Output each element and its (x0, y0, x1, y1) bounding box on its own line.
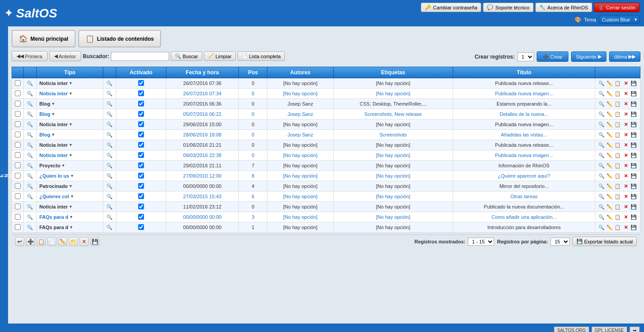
row-activated-checkbox[interactable] (138, 214, 144, 220)
action-delete-icon[interactable]: ✕ (622, 100, 629, 107)
action-edit-icon[interactable]: ✏️ (606, 141, 613, 149)
action-copy-icon[interactable]: 📋 (614, 213, 621, 221)
action-edit-icon[interactable]: ✏️ (606, 203, 613, 210)
action-edit-icon[interactable]: ✏️ (606, 90, 613, 97)
row-checkbox[interactable] (15, 193, 21, 199)
action-copy-icon[interactable]: 📋 (614, 152, 621, 159)
action-save-icon[interactable]: 💾 (630, 152, 637, 159)
row-search2-icon[interactable]: 🔍 (106, 183, 113, 190)
row-search2-icon[interactable]: 🔍 (106, 141, 113, 149)
action-search-icon[interactable]: 🔍 (598, 90, 605, 97)
footer-delete-icon[interactable]: ✕ (80, 237, 89, 246)
row-activated-checkbox[interactable] (138, 152, 144, 158)
action-save-icon[interactable]: 💾 (630, 131, 637, 138)
type-dropdown-arrow[interactable]: ▼ (69, 225, 73, 230)
action-search-icon[interactable]: 🔍 (598, 172, 605, 179)
row-checkbox[interactable] (15, 173, 21, 179)
action-save-icon[interactable]: 💾 (630, 100, 637, 107)
row-search2-icon[interactable]: 🔍 (106, 111, 113, 118)
action-edit-icon[interactable]: ✏️ (606, 111, 613, 118)
action-delete-icon[interactable]: ✕ (622, 203, 629, 210)
action-search-icon[interactable]: 🔍 (598, 111, 605, 118)
action-search-icon[interactable]: 🔍 (598, 203, 605, 210)
type-dropdown-arrow[interactable]: ▼ (69, 143, 73, 147)
row-checkbox[interactable] (15, 80, 21, 86)
type-dropdown-arrow[interactable]: ▼ (69, 215, 73, 219)
action-search-icon[interactable]: 🔍 (598, 183, 605, 190)
action-save-icon[interactable]: 💾 (630, 213, 637, 221)
action-search-icon[interactable]: 🔍 (598, 80, 605, 87)
row-activated-checkbox[interactable] (138, 101, 144, 106)
row-search-icon[interactable]: 🔍 (26, 121, 34, 128)
action-save-icon[interactable]: 💾 (630, 224, 637, 231)
action-copy-icon[interactable]: 📋 (614, 90, 621, 97)
saltos-org-link[interactable]: SALTOS.ORG (554, 327, 589, 332)
buscar-button[interactable]: 🔍 Buscar (171, 51, 202, 61)
type-dropdown-arrow[interactable]: ▼ (70, 194, 74, 199)
action-save-icon[interactable]: 💾 (630, 183, 637, 190)
row-search-icon[interactable]: 🔍 (26, 172, 34, 179)
action-delete-icon[interactable]: ✕ (622, 152, 629, 159)
action-search-icon[interactable]: 🔍 (598, 131, 605, 138)
action-save-icon[interactable]: 💾 (630, 193, 637, 200)
action-delete-icon[interactable]: ✕ (622, 162, 629, 169)
footer-minus-icon[interactable]: 📄 (47, 237, 56, 246)
action-save-icon[interactable]: 💾 (630, 111, 637, 118)
action-copy-icon[interactable]: 📋 (614, 203, 621, 210)
action-edit-icon[interactable]: ✏️ (606, 193, 613, 200)
action-save-icon[interactable]: 💾 (630, 172, 637, 179)
row-checkbox[interactable] (15, 183, 21, 189)
action-search-icon[interactable]: 🔍 (598, 100, 605, 107)
row-checkbox[interactable] (15, 152, 21, 158)
action-delete-icon[interactable]: ✕ (622, 172, 629, 179)
row-activated-checkbox[interactable] (138, 90, 144, 96)
row-search2-icon[interactable]: 🔍 (106, 100, 113, 107)
action-search-icon[interactable]: 🔍 (598, 224, 605, 231)
lista-completa-button[interactable]: 📄 Lista completa (237, 51, 285, 61)
type-dropdown-arrow[interactable]: ▼ (61, 163, 65, 168)
action-edit-icon[interactable]: ✏️ (606, 121, 613, 128)
action-edit-icon[interactable]: ✏️ (606, 172, 613, 179)
footer-copy-icon[interactable]: 📋 (37, 237, 46, 246)
action-copy-icon[interactable]: 📋 (614, 224, 621, 231)
row-search-icon[interactable]: 🔍 (26, 111, 34, 118)
row-search-icon[interactable]: 🔍 (26, 213, 34, 221)
action-delete-icon[interactable]: ✕ (622, 90, 629, 97)
siguiente-button[interactable]: Siguiente ▶ (571, 51, 606, 62)
action-edit-icon[interactable]: ✏️ (606, 162, 613, 169)
row-search-icon[interactable]: 🔍 (26, 90, 34, 97)
type-dropdown-arrow[interactable]: ▼ (51, 112, 55, 116)
row-search-icon[interactable]: 🔍 (26, 131, 34, 138)
type-dropdown-arrow[interactable]: ▼ (69, 204, 73, 209)
row-checkbox[interactable] (15, 121, 21, 127)
row-search-icon[interactable]: 🔍 (26, 80, 34, 87)
action-copy-icon[interactable]: 📋 (614, 131, 621, 138)
crear-numero-select[interactable]: 1 (517, 52, 534, 61)
action-delete-icon[interactable]: ✕ (622, 80, 629, 87)
gpl-license-link[interactable]: GPL LICENSE (592, 327, 627, 332)
action-copy-icon[interactable]: 📋 (614, 111, 621, 118)
action-edit-icon[interactable]: ✏️ (606, 131, 613, 138)
action-save-icon[interactable]: 💾 (630, 121, 637, 128)
row-search2-icon[interactable]: 🔍 (106, 203, 113, 210)
action-save-icon[interactable]: 💾 (630, 203, 637, 210)
type-dropdown-arrow[interactable]: ▼ (69, 122, 73, 127)
action-search-icon[interactable]: 🔍 (598, 193, 605, 200)
row-activated-checkbox[interactable] (138, 121, 144, 127)
row-checkbox[interactable] (15, 214, 21, 220)
action-delete-icon[interactable]: ✕ (622, 213, 629, 221)
row-search2-icon[interactable]: 🔍 (106, 80, 113, 87)
row-search-icon[interactable]: 🔍 (26, 224, 34, 231)
action-edit-icon[interactable]: ✏️ (606, 152, 613, 159)
action-edit-icon[interactable]: ✏️ (606, 100, 613, 107)
row-search-icon[interactable]: 🔍 (26, 141, 34, 149)
action-delete-icon[interactable]: ✕ (622, 111, 629, 118)
action-search-icon[interactable]: 🔍 (598, 152, 605, 159)
type-dropdown-arrow[interactable]: ▼ (70, 174, 74, 178)
row-activated-checkbox[interactable] (138, 204, 144, 209)
action-delete-icon[interactable]: ✕ (622, 141, 629, 149)
arrow-link[interactable]: ➡ (630, 327, 640, 332)
type-dropdown-arrow[interactable]: ▼ (69, 91, 73, 96)
primera-button[interactable]: ◀◀ Primera (12, 51, 47, 61)
row-activated-checkbox[interactable] (138, 224, 144, 230)
